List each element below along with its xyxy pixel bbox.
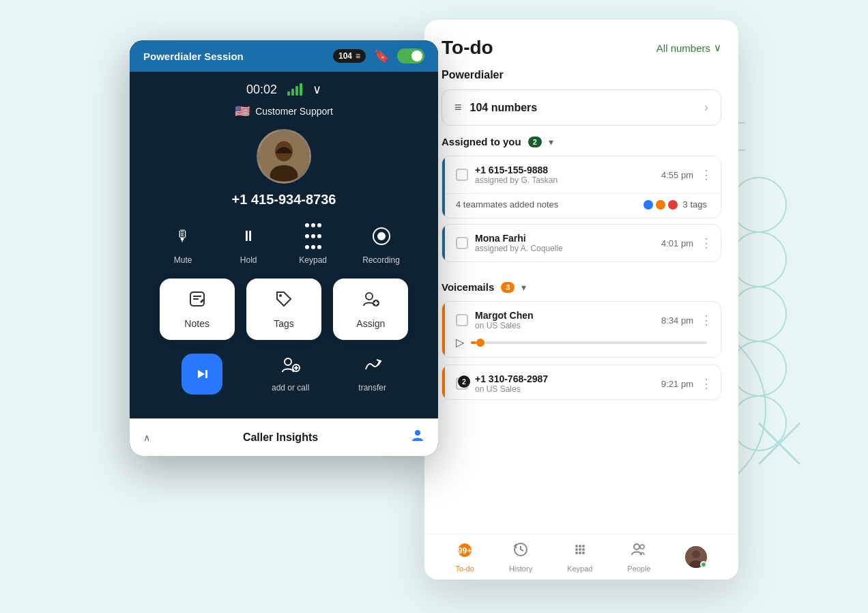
voicemail-1-left: Margot Chen on US Sales xyxy=(456,310,534,330)
hold-button[interactable]: ⏸ Hold xyxy=(233,221,263,265)
keypad-label: Keypad xyxy=(299,255,327,265)
nav-keypad[interactable]: Keypad xyxy=(567,541,592,573)
svg-point-31 xyxy=(579,545,581,547)
item-1-more-icon[interactable]: ⋮ xyxy=(700,167,712,182)
header-right: 104 ≡ 🔖 xyxy=(333,48,424,63)
svg-point-22 xyxy=(285,358,291,365)
voicemail-2-checkbox[interactable]: 2 xyxy=(456,377,468,390)
todo-header: To-do All numbers ∨ xyxy=(424,20,738,69)
nav-avatar[interactable] xyxy=(685,546,707,568)
svg-point-40 xyxy=(640,545,644,549)
add-or-call-button[interactable]: add or call xyxy=(272,356,309,393)
assigned-dropdown-icon[interactable]: ▾ xyxy=(549,137,553,147)
transfer-label: transfer xyxy=(358,383,386,393)
insights-person-icon xyxy=(411,429,424,446)
item-1-checkbox[interactable] xyxy=(456,169,468,181)
mute-label: Mute xyxy=(174,255,192,265)
session-toggle[interactable] xyxy=(397,48,424,63)
hamburger-icon: ≡ xyxy=(454,100,462,115)
nav-todo[interactable]: 99+ To-do xyxy=(455,542,474,573)
chevron-down-icon[interactable]: ∨ xyxy=(313,82,321,97)
mute-icon: 🎙 xyxy=(168,221,198,251)
keypad-nav-icon xyxy=(572,541,588,562)
svg-point-5 xyxy=(732,341,786,396)
all-numbers-label: All numbers xyxy=(656,42,710,54)
svg-point-32 xyxy=(582,545,585,547)
audio-dot-1 xyxy=(476,339,484,347)
voicemail-1-more-icon[interactable]: ⋮ xyxy=(700,313,712,328)
keypad-icon xyxy=(305,221,321,251)
all-numbers-dropdown[interactable]: All numbers ∨ xyxy=(656,42,721,54)
voicemail-count-badge: 2 xyxy=(458,375,470,388)
recording-label: Recording xyxy=(362,255,400,265)
svg-point-3 xyxy=(732,232,786,287)
svg-point-38 xyxy=(582,552,585,554)
svg-line-9 xyxy=(759,423,800,464)
assigned-section: Assigned to you 2 ▾ +1 615-155-9888 assi… xyxy=(424,136,738,274)
powerdialer-section-title: Powerdialer xyxy=(442,69,721,81)
tag-dot-orange xyxy=(656,200,665,210)
menu-icon[interactable]: ≡ xyxy=(356,51,360,61)
voicemail-dropdown-icon[interactable]: ▾ xyxy=(521,282,526,293)
recording-button[interactable]: Recording xyxy=(362,221,400,265)
todo-nav-icon: 99+ xyxy=(457,542,473,562)
call-timer-row: 00:02 ∨ xyxy=(143,82,424,97)
call-count-badge: 104 ≡ xyxy=(333,49,366,63)
svg-point-35 xyxy=(582,548,585,551)
svg-point-39 xyxy=(634,544,639,550)
assign-label: Assign xyxy=(356,318,385,329)
item-2-phone: Mona Farhi xyxy=(475,233,563,244)
nav-people[interactable]: People xyxy=(627,541,650,573)
keypad-button[interactable]: Keypad xyxy=(299,221,327,265)
caller-number: +1 415-934-8736 xyxy=(143,192,424,208)
item-1-info: +1 615-155-9888 assigned by G. Taskan xyxy=(475,165,558,185)
voicemail-1-checkbox[interactable] xyxy=(456,314,468,326)
voicemail-2-on: on US Sales xyxy=(475,384,548,394)
flag-icon: 🇺🇸 xyxy=(235,104,250,119)
svg-point-16 xyxy=(279,294,282,297)
audio-progress-1[interactable] xyxy=(471,341,707,344)
item-1-notes-row: 4 teammates added notes 3 tags xyxy=(442,193,721,218)
svg-point-36 xyxy=(575,552,578,554)
svg-point-26 xyxy=(415,430,420,436)
call-from-label: Customer Support xyxy=(255,106,333,117)
people-nav-label: People xyxy=(627,565,650,573)
item-1-phone: +1 615-155-9888 xyxy=(475,165,558,175)
item-2-more-icon[interactable]: ⋮ xyxy=(700,236,712,251)
tags-button[interactable]: Tags xyxy=(246,279,321,340)
item-2-left: Mona Farhi assigned by A. Coquelle xyxy=(456,233,563,253)
assign-button[interactable]: Assign xyxy=(333,279,408,340)
powerdialer-section: Powerdialer ≡ 104 numbers › xyxy=(424,69,738,136)
caller-insights-bar[interactable]: ∧ Caller Insights xyxy=(130,418,438,456)
assigned-item-1-main: +1 615-155-9888 assigned by G. Taskan 4:… xyxy=(442,156,721,193)
skip-next-button[interactable] xyxy=(182,354,222,395)
hold-label: Hold xyxy=(240,255,257,265)
all-numbers-chevron-icon: ∨ xyxy=(714,42,721,54)
assigned-item-2: Mona Farhi assigned by A. Coquelle 4:01 … xyxy=(442,224,721,262)
add-call-label: add or call xyxy=(272,383,309,393)
bookmark-icon[interactable]: 🔖 xyxy=(374,48,389,63)
people-nav-icon xyxy=(631,541,647,562)
item-2-checkbox[interactable] xyxy=(456,237,468,249)
mute-button[interactable]: 🎙 Mute xyxy=(168,221,198,265)
voicemail-1-main: Margot Chen on US Sales 8:34 pm ⋮ xyxy=(442,302,721,336)
nav-history[interactable]: History xyxy=(509,541,532,573)
svg-point-14 xyxy=(377,232,386,240)
keypad-nav-label: Keypad xyxy=(567,565,592,573)
history-nav-label: History xyxy=(509,565,532,573)
notes-button[interactable]: Notes xyxy=(160,279,235,340)
voicemail-2-more-icon[interactable]: ⋮ xyxy=(700,376,712,391)
svg-point-6 xyxy=(732,396,786,451)
audio-player-1: ▷ xyxy=(442,336,721,357)
play-button-1[interactable]: ▷ xyxy=(456,336,464,349)
assigned-header: Assigned to you 2 ▾ xyxy=(442,136,721,147)
transfer-button[interactable]: transfer xyxy=(358,356,386,393)
transfer-icon xyxy=(363,356,382,379)
powerdialer-left: ≡ 104 numbers xyxy=(454,100,537,115)
powerdialer-card[interactable]: ≡ 104 numbers › xyxy=(442,89,721,126)
voicemail-2-left: 2 +1 310-768-2987 on US Sales xyxy=(456,373,548,394)
voicemail-2-time: 9:21 pm xyxy=(661,379,693,389)
bottom-nav: 99+ To-do History xyxy=(424,534,738,580)
add-call-icon xyxy=(281,356,300,379)
action-buttons: Notes Tags xyxy=(143,279,424,340)
